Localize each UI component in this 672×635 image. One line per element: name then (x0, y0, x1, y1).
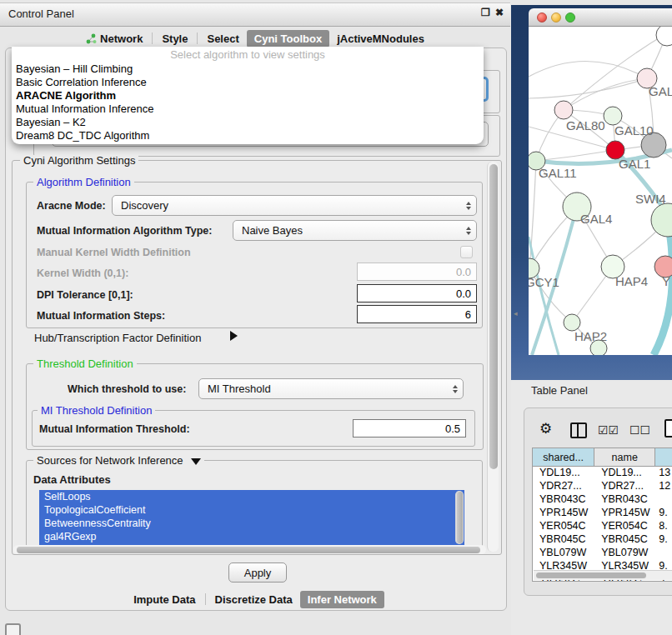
tab-separator (152, 32, 153, 44)
table-cell: 12 (655, 480, 672, 493)
node-label-SWI4: SWI4 (635, 192, 666, 206)
table-cell: YPR145W (533, 507, 594, 520)
minimize-traffic-light-icon[interactable] (551, 12, 561, 22)
table-cell: YDR27... (594, 480, 655, 493)
tab-label: jActiveMNodules (337, 32, 424, 45)
mi-steps-value: 6 (465, 308, 471, 321)
table-row[interactable]: YBR043CYBR043C (533, 493, 672, 507)
bottom-tab-bar: Impute DataDiscretize DataInfer Network (0, 589, 510, 609)
aracne-mode-select[interactable]: Discovery (112, 195, 477, 216)
algorithm-option[interactable]: Basic Correlation Inference (12, 76, 484, 89)
float-window-icon[interactable]: ❐ (481, 7, 490, 18)
network-view-window[interactable]: GALGAL80GAL10GAL1GAL11SWI4GAL4GCY1HAP4YH… (529, 8, 672, 355)
table-row[interactable]: YBR045CYBR045C9. (533, 533, 672, 547)
network-node-GAL80[interactable] (554, 101, 573, 119)
checked-pair-icon[interactable]: ☑☑ (598, 423, 619, 438)
table-horizontal-scrollbar[interactable] (534, 570, 672, 580)
manual-kernel-checkbox[interactable] (460, 246, 473, 258)
node-label-GCY1: GCY1 (529, 275, 559, 289)
aracne-mode-value: Discovery (121, 199, 168, 212)
mi-threshold-value: 0.5 (445, 422, 460, 435)
sources-legend-text: Sources for Network Inference (37, 454, 183, 467)
network-node-SWI4[interactable] (651, 203, 672, 237)
tab-jactivemnodules[interactable]: jActiveMNodules (329, 30, 432, 48)
column-header-shared...[interactable]: shared... (533, 448, 594, 467)
data-attribute-item[interactable]: gal4RGexp (39, 530, 464, 543)
table-cell: 9. (655, 533, 672, 547)
network-edge[interactable] (536, 150, 615, 161)
tab-cyni-toolbox[interactable]: Cyni Toolbox (247, 30, 329, 48)
algorithm-option[interactable]: Bayesian – K2 (12, 116, 484, 129)
network-edge[interactable] (529, 61, 647, 78)
unchecked-pair-icon[interactable]: ☐☐ (629, 423, 650, 438)
mi-type-select[interactable]: Naive Bayes (233, 220, 477, 241)
algorithm-option[interactable]: ARACNE Algorithm (12, 89, 484, 102)
which-threshold-label: Which threshold to use: (68, 383, 186, 395)
minimized-panel-icon[interactable] (5, 623, 21, 635)
which-threshold-select[interactable]: MI Threshold (198, 378, 464, 399)
attributes-scrollbar[interactable] (455, 491, 464, 544)
bottom-tab-discretize-data[interactable]: Discretize Data (208, 591, 300, 608)
apply-button[interactable]: Apply (228, 562, 287, 582)
settings-horizontal-scrollbar[interactable] (13, 545, 486, 554)
table-row[interactable]: YDR27...YDR27...12 (533, 480, 672, 493)
column-header-cut[interactable] (655, 448, 672, 467)
table-row[interactable]: YBL079WYBL079W (533, 547, 672, 560)
table-cell: YBL079W (533, 547, 594, 560)
network-window-titlebar[interactable] (529, 8, 672, 27)
panel-resize-grip[interactable]: ◂ (514, 309, 518, 318)
expand-arrow-icon[interactable] (230, 331, 238, 341)
zoom-traffic-light-icon[interactable] (565, 12, 575, 22)
column-header-name[interactable]: name (594, 448, 655, 467)
tab-select[interactable]: Select (199, 30, 246, 48)
algorithm-option[interactable]: Dream8 DC_TDC Algorithm (12, 129, 484, 142)
manual-kernel-label: Manual Kernel Width Definition (37, 247, 191, 258)
settings-gear-icon[interactable]: ⚙ (539, 422, 552, 436)
bottom-tab-impute-data[interactable]: Impute Data (126, 591, 203, 608)
table-row[interactable]: YPR145WYPR145W9. (533, 507, 672, 520)
settings-vertical-scrollbar[interactable] (487, 162, 499, 552)
data-attribute-item[interactable]: TopologicalCoefficient (39, 503, 464, 517)
table-row[interactable]: YDL19...YDL19...13 (533, 467, 672, 480)
tab-style[interactable]: Style (154, 30, 195, 48)
algorithm-option[interactable]: Mutual Information Inference (12, 102, 484, 116)
data-attribute-item[interactable]: SelfLoops (39, 490, 464, 503)
network-node-HAP2[interactable] (564, 314, 580, 331)
mi-type-label: Mutual Information Algorithm Type: (37, 225, 212, 237)
mi-steps-input[interactable]: 6 (357, 305, 477, 323)
sources-legend[interactable]: Sources for Network Inference (33, 455, 204, 466)
document-icon[interactable] (664, 419, 672, 438)
table-cell: YDL19... (594, 467, 655, 480)
network-node-unlabeled-top[interactable] (656, 27, 672, 46)
network-node-GAL10[interactable] (604, 107, 622, 125)
control-panel-titlebar (0, 2, 510, 27)
network-edge[interactable] (529, 237, 559, 355)
node-attribute-table[interactable]: shared...name YDL19...YDL19...13YDR27...… (532, 448, 672, 582)
algorithm-dropdown-popup: Select algorithm to view settings Bayesi… (12, 47, 484, 144)
mi-threshold-input[interactable]: 0.5 (353, 419, 466, 438)
chevron-up-down-icon (453, 385, 458, 393)
table-cell: 9. (655, 507, 672, 520)
mi-threshold-label: Mutual Information Threshold: (39, 423, 190, 435)
table-row[interactable]: YER054CYER054C8. (533, 520, 672, 533)
tab-network[interactable]: Network (78, 30, 150, 48)
table-cell: YBR045C (594, 533, 655, 547)
close-icon[interactable]: ✖ (495, 7, 504, 18)
collapse-arrow-icon[interactable] (191, 458, 201, 465)
network-canvas[interactable]: GALGAL80GAL10GAL1GAL11SWI4GAL4GCY1HAP4YH… (529, 27, 672, 355)
close-traffic-light-icon[interactable] (537, 12, 547, 22)
chevron-up-down-icon (466, 202, 471, 210)
table-panel-title: Table Panel (531, 384, 588, 397)
hub-definition-toggle[interactable]: Hub/Transcription Factor Definition (34, 332, 201, 344)
bottom-tab-infer-network[interactable]: Infer Network (300, 591, 384, 608)
split-columns-icon[interactable] (570, 422, 587, 438)
algorithm-option[interactable]: Bayesian – Hill Climbing (12, 62, 484, 76)
data-attributes-list[interactable]: SelfLoopsTopologicalCoefficientBetweenne… (39, 490, 464, 545)
control-panel-title: Control Panel (8, 8, 74, 20)
aracne-mode-label: Aracne Mode: (37, 200, 106, 212)
table-cell: YBL079W (594, 547, 655, 560)
node-label-GAL80: GAL80 (566, 118, 605, 132)
data-attribute-item[interactable]: BetweennessCentrality (39, 517, 464, 530)
mi-steps-label: Mutual Information Steps: (37, 310, 165, 322)
dpi-tolerance-input[interactable]: 0.0 (357, 284, 477, 302)
